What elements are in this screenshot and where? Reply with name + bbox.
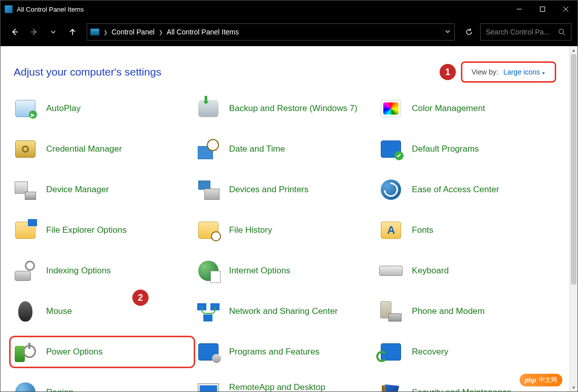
svg-rect-1 (540, 7, 545, 12)
window-title: All Control Panel Items (17, 6, 508, 13)
control-panel-item-label: Power Options (46, 346, 103, 357)
vertical-scrollbar[interactable]: ▲ ▼ (569, 46, 577, 391)
scroll-down-button[interactable]: ▼ (570, 383, 577, 391)
navigation-bar: ❯ Control Panel ❯ All Control Panel Item… (1, 18, 577, 46)
control-panel-item[interactable]: Ease of Access Center (376, 175, 559, 204)
control-panel-item-label: Fonts (412, 225, 434, 235)
indexing-options-icon (14, 259, 37, 282)
arrow-up-icon (68, 27, 77, 37)
view-by-value[interactable]: Large icons▼ (503, 68, 546, 76)
search-icon (558, 28, 566, 36)
search-box[interactable]: Search Control Pa... (480, 23, 571, 41)
control-panel-item[interactable]: Internet Options (194, 256, 377, 286)
back-button[interactable] (7, 24, 23, 40)
region-icon (14, 381, 37, 391)
chevron-down-icon (444, 28, 451, 35)
file-explorer-options-icon: ✔ (14, 219, 37, 242)
control-panel-item[interactable]: Programs and Features (194, 337, 377, 367)
refresh-button[interactable] (461, 24, 477, 40)
color-management-icon (379, 97, 403, 120)
control-panel-item-label: Security and Maintenance (412, 387, 512, 391)
control-panel-item-label: Programs and Features (229, 346, 320, 357)
control-panel-window: All Control Panel Items ❯ Control Panel (0, 0, 578, 392)
control-panel-item-label: Credential Manager (46, 144, 122, 154)
control-panel-item-label: Devices and Printers (229, 184, 309, 195)
control-panel-item-label: Internet Options (229, 265, 291, 276)
control-panel-item[interactable]: Credential Manager (11, 134, 194, 164)
control-panel-item-label: Recovery (412, 346, 448, 357)
minimize-button[interactable] (508, 1, 531, 18)
recent-locations-button[interactable] (45, 24, 61, 40)
view-by-label: View by: (472, 68, 498, 76)
page-title: Adjust your computer's settings (14, 66, 161, 78)
arrow-right-icon (29, 27, 39, 37)
control-panel-item-label: Device Manager (46, 184, 109, 195)
control-panel-item[interactable]: Indexing Options (11, 256, 194, 286)
recovery-icon (379, 340, 403, 364)
php-badge-text: 中文网 (539, 376, 557, 384)
control-panel-item-label: Network and Sharing Center (229, 306, 338, 316)
control-panel-item[interactable]: Network and Sharing Center (194, 297, 377, 326)
control-panel-item[interactable]: Power Options (11, 337, 194, 367)
mouse-icon (14, 300, 37, 323)
control-panel-item-label: Phone and Modem (412, 306, 485, 316)
control-panel-item[interactable]: Devices and Printers (194, 175, 377, 204)
control-panel-item[interactable]: ✔File Explorer Options (11, 216, 194, 245)
control-panel-item-label: RemoteApp and Desktop Connections (229, 382, 374, 391)
phone-modem-icon (379, 300, 403, 323)
scrollbar-thumb[interactable] (571, 54, 576, 284)
breadcrumb-current[interactable]: All Control Panel Items (167, 28, 239, 36)
control-panel-item[interactable]: Date and Time (194, 134, 377, 164)
control-panel-item-label: Color Management (412, 103, 485, 114)
remoteapp-icon (197, 381, 220, 391)
control-panel-item[interactable]: Recovery (376, 337, 559, 367)
programs-features-icon (197, 340, 220, 364)
address-bar[interactable]: ❯ Control Panel ❯ All Control Panel Item… (87, 23, 455, 41)
content-area: Adjust your computer's settings 1 View b… (1, 46, 577, 391)
control-panel-item[interactable]: RemoteApp and Desktop Connections (194, 378, 377, 391)
maximize-button[interactable] (531, 1, 554, 18)
annotation-1: 1 (440, 64, 456, 80)
close-icon (563, 6, 569, 12)
svg-line-8 (563, 33, 565, 35)
control-panel-item[interactable]: File History (194, 216, 377, 245)
breadcrumb-root[interactable]: Control Panel (112, 28, 155, 36)
control-panel-item[interactable]: ⬇Backup and Restore (Windows 7) (194, 94, 377, 123)
date-time-icon (197, 137, 220, 161)
control-panel-item[interactable]: Region (11, 378, 194, 391)
scrollbar-track[interactable] (570, 54, 577, 383)
backup-restore-icon: ⬇ (197, 97, 220, 120)
view-by-selector[interactable]: View by: Large icons▼ (461, 61, 556, 83)
ease-of-access-icon (379, 178, 403, 201)
close-button[interactable] (554, 1, 577, 18)
control-panel-item[interactable]: Device Manager (11, 175, 194, 204)
refresh-icon (464, 27, 474, 37)
default-programs-icon: ✔ (379, 137, 403, 161)
php-cn-badge: php 中文网 (520, 374, 562, 386)
dropdown-triangle-icon: ▼ (541, 71, 546, 76)
control-panel-item[interactable]: Phone and Modem (376, 297, 559, 326)
control-panel-item[interactable]: ✔Default Programs (376, 134, 559, 164)
chevron-down-icon (50, 28, 57, 35)
breadcrumb-separator-icon: ❯ (103, 29, 107, 35)
control-panel-item[interactable]: AFonts (376, 216, 559, 245)
control-panel-item[interactable]: Keyboard (376, 256, 559, 286)
php-logo-text: php (525, 377, 536, 384)
control-panel-item[interactable]: Color Management (376, 94, 559, 123)
network-sharing-icon (197, 300, 220, 323)
control-panel-items-grid: ▶AutoPlay⬇Backup and Restore (Windows 7)… (1, 92, 569, 391)
credential-manager-icon (14, 137, 37, 161)
control-panel-item-label: Ease of Access Center (412, 184, 499, 195)
forward-button[interactable] (26, 24, 42, 40)
control-panel-item[interactable]: Mouse (11, 297, 194, 326)
control-panel-item-label: File History (229, 225, 272, 235)
header-row: Adjust your computer's settings 1 View b… (1, 46, 569, 87)
up-button[interactable] (64, 24, 81, 40)
control-panel-item[interactable]: ▶AutoPlay (11, 94, 194, 123)
control-panel-item-label: AutoPlay (46, 103, 81, 114)
scroll-up-button[interactable]: ▲ (570, 46, 577, 54)
address-dropdown-button[interactable] (444, 28, 451, 37)
control-panel-item-label: Date and Time (229, 144, 285, 154)
control-panel-app-icon (5, 5, 13, 13)
svg-point-7 (559, 29, 564, 34)
